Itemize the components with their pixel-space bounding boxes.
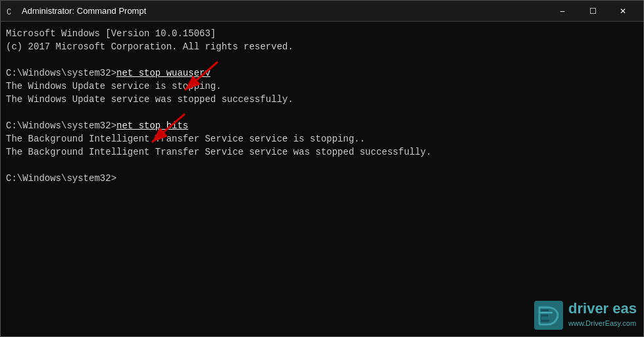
terminal-line-cmd1: C:\Windows\system32>net stop wuauserv [6, 66, 638, 80]
cmd-icon: C [6, 6, 16, 16]
terminal-line: Microsoft Windows [Version 10.0.15063] [6, 27, 638, 40]
driver-easy-logo: E [534, 301, 563, 330]
watermark-brand: driver eas [568, 301, 637, 317]
terminal-line: The Background Intelligent Transfer Serv… [6, 132, 638, 145]
terminal-empty-line [6, 159, 638, 172]
svg-line-5 [152, 114, 185, 142]
terminal-line: (c) 2017 Microsoft Corporation. All righ… [6, 40, 638, 53]
svg-text:C: C [7, 8, 11, 16]
watermark-text: driver eas www.DriverEasy.com [568, 301, 637, 330]
terminal-empty-line [6, 53, 638, 66]
terminal-line-cmd2: C:\Windows\system32>net stop bits [6, 119, 638, 132]
svg-line-3 [185, 62, 218, 90]
minimize-button[interactable]: – [547, 1, 578, 22]
arrow-2 [145, 111, 198, 150]
cmd-window: C Administrator: Command Prompt – ☐ ✕ Mi… [0, 0, 644, 337]
terminal-line: The Windows Update service is stopping. [6, 80, 638, 93]
prompt-text: C:\Windows\system32> [6, 68, 116, 78]
watermark-url: www.DriverEasy.com [568, 317, 637, 330]
terminal-empty-line [6, 106, 638, 119]
terminal-cursor-line: C:\Windows\system32> [6, 172, 638, 185]
window-controls: – ☐ ✕ [547, 1, 638, 22]
terminal-line: The Windows Update service was stopped s… [6, 93, 638, 106]
terminal-line: The Background Intelligent Transfer Serv… [6, 145, 638, 159]
terminal-body[interactable]: Microsoft Windows [Version 10.0.15063] (… [1, 22, 643, 336]
maximize-button[interactable]: ☐ [578, 1, 608, 22]
close-button[interactable]: ✕ [608, 1, 638, 22]
arrow-1 [178, 59, 231, 98]
window-title: Administrator: Command Prompt [22, 6, 542, 16]
title-bar: C Administrator: Command Prompt – ☐ ✕ [1, 1, 643, 22]
prompt-text: C:\Windows\system32> [6, 173, 116, 184]
prompt-text: C:\Windows\system32> [6, 120, 116, 131]
watermark: E driver eas www.DriverEasy.com [534, 301, 637, 330]
